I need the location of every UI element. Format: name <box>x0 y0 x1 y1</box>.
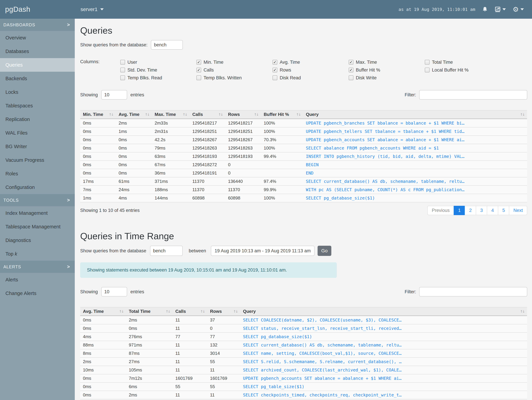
column-toggle-total-time[interactable]: Total Time <box>425 58 501 66</box>
column-header-avg-time[interactable]: Avg. Time↑↓ <box>80 307 126 316</box>
column-toggle-max-time[interactable]: ✓Max. Time <box>349 58 425 66</box>
query-link[interactable]: UPDATE pgbench_accounts SET abalance = a… <box>243 376 401 381</box>
sidebar-section-alerts[interactable]: ALERTS> <box>0 261 75 273</box>
go-button[interactable]: Go <box>317 246 331 256</box>
sort-icon[interactable]: ↑↓ <box>119 309 123 313</box>
entries-input[interactable] <box>101 90 127 100</box>
column-toggle-buffer-hit[interactable]: ✓Buffer Hit % <box>349 66 425 74</box>
sort-icon[interactable]: ↑↓ <box>233 309 238 313</box>
column-toggle-std-dev-time[interactable]: Std. Dev. Time <box>120 66 196 74</box>
notifications-button[interactable] <box>482 6 488 13</box>
sidebar-item-databases[interactable]: Databases <box>0 44 75 58</box>
query-link[interactable]: SELECT pg_database_size($1) <box>243 334 312 339</box>
filter-input[interactable] <box>419 287 527 297</box>
checkbox-icon[interactable] <box>120 76 125 80</box>
query-link[interactable]: SELECT name, setting, COALESCE(boot_val,… <box>243 351 401 356</box>
column-header-query[interactable]: Query↑↓ <box>240 307 527 316</box>
checkbox-icon[interactable]: ✓ <box>349 60 353 64</box>
column-header-calls[interactable]: Calls↑↓ <box>190 110 225 119</box>
date-range-input[interactable] <box>211 246 315 256</box>
column-header-rows[interactable]: Rows↑↓ <box>207 307 240 316</box>
sidebar-item-vacuum-progress[interactable]: Vacuum Progress <box>0 153 75 167</box>
column-header-buffer-hit[interactable]: Buffer Hit %↑↓ <box>261 110 303 119</box>
column-header-max-time[interactable]: Max. Time↑↓ <box>152 110 190 119</box>
charts-menu-button[interactable] <box>495 6 506 13</box>
query-link[interactable]: SELECT pg_table_size($1) <box>243 384 304 389</box>
column-toggle-disk-write[interactable]: Disk Write <box>349 74 425 82</box>
checkbox-icon[interactable] <box>272 76 277 80</box>
query-link[interactable]: SELECT COALESCE(datname, $2), COALESCE(u… <box>243 317 401 323</box>
sort-icon[interactable]: ↑↓ <box>183 113 187 117</box>
column-header-query[interactable]: Query↑↓ <box>303 110 527 119</box>
sort-icon[interactable]: ↑↓ <box>200 309 205 313</box>
sidebar-item-replication[interactable]: Replication <box>0 113 75 126</box>
checkbox-icon[interactable] <box>196 76 201 80</box>
checkbox-icon[interactable] <box>120 68 125 72</box>
query-link[interactable]: SELECT current_database() AS db, scheman… <box>306 179 464 184</box>
sidebar-item-change-alerts[interactable]: Change Alerts <box>0 286 75 300</box>
checkbox-icon[interactable]: ✓ <box>272 68 277 72</box>
sidebar-item-alerts[interactable]: Alerts <box>0 273 75 286</box>
checkbox-icon[interactable] <box>349 76 353 80</box>
page-next[interactable]: Next <box>509 206 527 215</box>
column-toggle-temp-blks-written[interactable]: Temp Blks. Written <box>196 74 272 82</box>
query-link[interactable]: UPDATE pgbench_tellers SET tbalance = tb… <box>306 129 464 134</box>
checkbox-icon[interactable]: ✓ <box>349 68 353 72</box>
query-link[interactable]: SELECT current_database() AS db, scheman… <box>243 343 401 348</box>
query-link[interactable]: SELECT status, receive_start_lsn, receiv… <box>243 326 401 331</box>
sidebar-item-bg-writer[interactable]: BG Writer <box>0 140 75 153</box>
sidebar-item-queries[interactable]: Queries <box>0 58 75 72</box>
server-selector[interactable]: server1 <box>81 6 104 12</box>
sort-icon[interactable]: ↑↓ <box>520 113 524 117</box>
page-5[interactable]: 5 <box>498 206 509 215</box>
checkbox-icon[interactable]: ✓ <box>196 68 201 72</box>
column-toggle-min-time[interactable]: ✓Min. Time <box>196 58 272 66</box>
query-link[interactable]: UPDATE pgbench_accounts SET abalance = a… <box>306 137 464 142</box>
page-3[interactable]: 3 <box>476 206 487 215</box>
sidebar-item-tablespaces[interactable]: Tablespaces <box>0 99 75 113</box>
sort-icon[interactable]: ↑↓ <box>520 309 524 313</box>
entries-input[interactable] <box>101 287 127 297</box>
query-link[interactable]: SELECT archived_count, COALESCE(last_arc… <box>243 368 401 373</box>
sidebar-item-configuration[interactable]: Configuration <box>0 180 75 194</box>
checkbox-icon[interactable] <box>120 60 125 64</box>
sidebar-item-diagnostics[interactable]: Diagnostics <box>0 234 75 247</box>
page-4[interactable]: 4 <box>487 206 498 215</box>
column-toggle-local-buffer-hit[interactable]: Local Buffer Hit % <box>425 66 501 74</box>
checkbox-icon[interactable]: ✓ <box>196 60 201 64</box>
column-toggle-calls[interactable]: ✓Calls <box>196 66 272 74</box>
page-2[interactable]: 2 <box>465 206 476 215</box>
sidebar-item-locks[interactable]: Locks <box>0 85 75 99</box>
sidebar-item-backends[interactable]: Backends <box>0 72 75 85</box>
query-link[interactable]: END <box>306 171 313 176</box>
query-link[interactable]: WITH pc AS (SELECT pubname, COUNT(*) AS … <box>306 187 464 192</box>
sort-icon[interactable]: ↑↓ <box>254 113 258 117</box>
database-input[interactable] <box>151 40 183 50</box>
sidebar-item-wal-files[interactable]: WAL Files <box>0 126 75 140</box>
query-link[interactable]: SELECT checkpoints_timed, checkpoints_re… <box>243 393 401 397</box>
column-toggle-avg-time[interactable]: ✓Avg. Time <box>272 58 349 66</box>
sidebar-item-roles[interactable]: Roles <box>0 167 75 180</box>
sidebar-section-tools[interactable]: TOOLS> <box>0 194 75 206</box>
column-toggle-disk-read[interactable]: Disk Read <box>272 74 349 82</box>
column-header-rows[interactable]: Rows↑↓ <box>225 110 261 119</box>
page-previous[interactable]: Previous <box>427 206 454 215</box>
column-header-total-time[interactable]: Total Time↑↓ <box>126 307 173 316</box>
sort-icon[interactable]: ↑↓ <box>296 113 300 117</box>
sort-icon[interactable]: ↑↓ <box>145 113 149 117</box>
database-input[interactable] <box>150 246 183 256</box>
query-link[interactable]: SELECT pg_database_size($1) <box>306 196 375 201</box>
checkbox-icon[interactable] <box>425 68 430 72</box>
checkbox-icon[interactable]: ✓ <box>272 60 277 64</box>
query-link[interactable]: INSERT INTO pgbench_history (tid, bid, a… <box>306 154 464 159</box>
query-link[interactable]: BEGIN <box>306 162 319 167</box>
settings-menu-button[interactable]: ⚙ <box>513 6 524 13</box>
query-link[interactable]: SELECT S.relid, S.schemaname, S.relname,… <box>243 359 401 364</box>
sidebar-item-tablespace-management[interactable]: Tablespace Management <box>0 220 75 234</box>
sidebar-section-dashboards[interactable]: DASHBOARDS> <box>0 19 75 31</box>
query-link[interactable]: SELECT abalance FROM pgbench_accounts WH… <box>306 146 439 151</box>
column-header-calls[interactable]: Calls↑↓ <box>173 307 207 316</box>
column-header-avg-time[interactable]: Avg. Time↑↓ <box>116 110 152 119</box>
column-toggle-user[interactable]: User <box>120 58 196 66</box>
sidebar-item-top-k[interactable]: Top k <box>0 247 75 261</box>
